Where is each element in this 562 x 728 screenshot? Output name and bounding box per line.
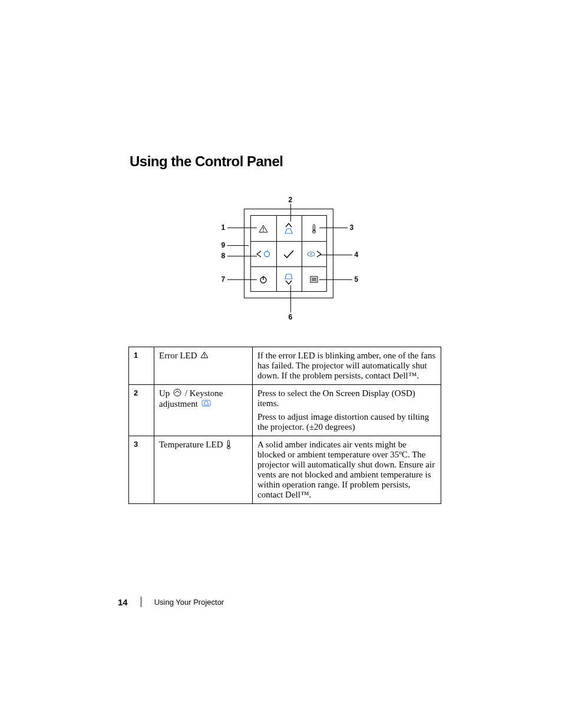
leader-line xyxy=(290,285,291,312)
row-num: 1 xyxy=(129,347,154,385)
callout-3: 3 xyxy=(350,224,354,231)
panel-outer xyxy=(244,209,333,298)
callout-6: 6 xyxy=(289,314,293,321)
callout-1: 1 xyxy=(222,224,226,231)
section-heading: Using the Control Panel xyxy=(130,153,441,170)
row-desc-text: Press to select the On Screen Display (O… xyxy=(257,388,436,409)
enter-button xyxy=(276,241,302,266)
control-panel-diagram: 1 2 3 4 5 6 7 8 9 xyxy=(185,193,385,323)
up-keystone-button xyxy=(276,216,302,241)
leader-line xyxy=(227,256,257,256)
control-panel-table: 1 Error LED If the error LED is blinking… xyxy=(128,347,441,504)
callout-8: 8 xyxy=(222,252,226,259)
page-footer: 14 Using Your Projector xyxy=(118,597,224,607)
up-arrow-circle-icon xyxy=(173,388,181,399)
svg-point-9 xyxy=(310,253,312,255)
thermometer-icon xyxy=(226,440,231,452)
row-desc: Press to select the On Screen Display (O… xyxy=(253,385,441,436)
svg-point-20 xyxy=(174,389,181,396)
row-num: 2 xyxy=(129,385,154,436)
svg-point-2 xyxy=(263,230,264,232)
row-name-text: Up xyxy=(159,388,172,398)
row-name: Error LED xyxy=(154,347,253,385)
row-num: 3 xyxy=(129,436,154,504)
callout-9: 9 xyxy=(222,242,226,249)
svg-marker-12 xyxy=(285,274,292,279)
svg-point-19 xyxy=(204,357,205,357)
warning-triangle-icon xyxy=(200,351,209,361)
leader-line xyxy=(290,204,291,222)
row-name-text: Temperature LED xyxy=(159,440,225,449)
table-row: 1 Error LED If the error LED is blinking… xyxy=(129,347,441,385)
leader-line xyxy=(319,255,352,255)
row-name: Up / Keystone adjustment xyxy=(154,385,253,436)
keystone-narrow-top-icon xyxy=(201,399,211,409)
table-row: 2 Up / Keystone adjustment Press to sele… xyxy=(129,385,441,436)
row-name: Temperature LED xyxy=(154,436,253,504)
leader-line xyxy=(227,228,257,228)
row-name-text: Error LED xyxy=(159,351,199,360)
error-led-icon xyxy=(251,216,276,241)
row-desc: If the error LED is blinking amber, one … xyxy=(253,347,441,385)
svg-marker-22 xyxy=(204,401,209,405)
page-number: 14 xyxy=(118,597,128,607)
callout-4: 4 xyxy=(355,251,359,258)
leader-line xyxy=(227,279,257,280)
section-name: Using Your Projector xyxy=(154,598,224,607)
left-resync-button xyxy=(251,241,276,266)
down-keystone-button xyxy=(276,266,302,292)
callout-2: 2 xyxy=(289,196,293,203)
footer-separator xyxy=(141,597,141,607)
row-desc-text: A solid amber indicates air vents might … xyxy=(257,440,436,500)
callout-7: 7 xyxy=(222,276,226,283)
leader-line xyxy=(227,245,249,246)
temperature-led-icon xyxy=(302,216,327,241)
leader-line xyxy=(319,228,348,228)
row-desc: A solid amber indicates air vents might … xyxy=(253,436,441,504)
row-desc-text: If the error LED is blinking amber, one … xyxy=(257,351,436,381)
callout-5: 5 xyxy=(355,276,359,283)
row-desc-text: Press to adjust image distortion caused … xyxy=(257,412,436,432)
right-autoadjust-button xyxy=(302,241,327,266)
panel-inner xyxy=(250,215,327,292)
leader-line xyxy=(319,279,352,280)
svg-marker-3 xyxy=(285,229,292,233)
table-row: 3 Temperature LED A solid amber indicate… xyxy=(129,436,441,504)
